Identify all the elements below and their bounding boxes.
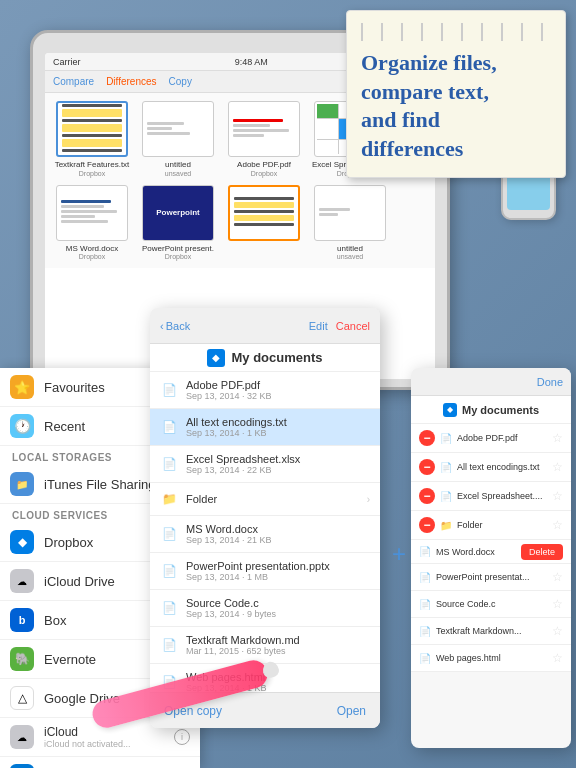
fb2-item-name: Web pages.html (436, 653, 552, 663)
fb-item-name: MS Word.docx (186, 523, 370, 535)
recent-icon: 🕐 (10, 414, 34, 438)
fb2-list-item[interactable]: 📄 Source Code.c ☆ (411, 591, 571, 618)
star-icon[interactable]: ☆ (552, 460, 563, 474)
fb-list-item[interactable]: 📄 Excel Spreadsheet.xlsx Sep 13, 2014 · … (150, 446, 380, 483)
sidebar-icloud-drive-label: iCloud Drive (44, 574, 164, 589)
tab-differences[interactable]: Differences (106, 76, 156, 87)
fb2-list-item[interactable]: 📄 PowerPoint presentat... ☆ (411, 564, 571, 591)
notepad-text: Organize files, compare text, and find d… (361, 49, 551, 163)
file-icon: 📄 (160, 418, 178, 436)
file-name: PowerPoint present. (139, 244, 217, 254)
fb-list-item[interactable]: 📄 MS Word.docx Sep 13, 2014 · 21 KB (150, 516, 380, 553)
tab-copy[interactable]: Copy (169, 76, 192, 87)
sidebar-item-onedrive[interactable]: ☁ OneDrive i (0, 757, 200, 768)
fb2-list-item[interactable]: − 📄 Excel Spreadsheet.... ☆ (411, 482, 571, 511)
file-item[interactable] (225, 185, 303, 261)
status-time: 9:48 AM (235, 57, 268, 67)
fb-list-item[interactable]: 📄 Adobe PDF.pdf Sep 13, 2014 · 32 KB (150, 372, 380, 409)
fb-list-item-selected[interactable]: 📄 All text encodings.txt Sep 13, 2014 · … (150, 409, 380, 446)
file-icon: 📄 (160, 381, 178, 399)
star-icon[interactable]: ☆ (552, 597, 563, 611)
fb-file-list: 📄 Adobe PDF.pdf Sep 13, 2014 · 32 KB 📄 A… (150, 372, 380, 700)
star-icon[interactable]: ☆ (552, 431, 563, 445)
file-icon: 📄 (160, 599, 178, 617)
back-label: Back (166, 320, 190, 332)
sidebar-itunes-label: iTunes File Sharing (44, 477, 164, 492)
onedrive-icon: ☁ (10, 764, 34, 768)
file-item[interactable]: untitled unsaved (139, 101, 217, 177)
sidebar-dropbox-label: Dropbox (44, 535, 164, 550)
fb-list-item[interactable]: 📄 Textkraft Markdown.md Mar 11, 2015 · 6… (150, 627, 380, 664)
fb2-item-name: Source Code.c (436, 599, 552, 609)
notepad-card: Organize files, compare text, and find d… (346, 10, 566, 178)
cancel-button[interactable]: Cancel (336, 320, 370, 332)
delete-minus-icon[interactable]: − (419, 488, 435, 504)
star-icon[interactable]: ☆ (552, 570, 563, 584)
file-item[interactable]: Textkraft Features.txt Dropbox (53, 101, 131, 177)
star-icon[interactable]: ☆ (552, 489, 563, 503)
fb-item-name: All text encodings.txt (186, 416, 370, 428)
file-item[interactable]: Adobe PDF.pdf Dropbox (225, 101, 303, 177)
dropbox-logo: ◆ (207, 349, 225, 367)
fb-item-info: Folder (186, 493, 367, 505)
star-icon: ⭐ (10, 375, 34, 399)
back-button[interactable]: ‹ Back (160, 320, 190, 332)
file-browser2-panel: Done ◆ My documents − 📄 Adobe PDF.pdf ☆ … (411, 368, 571, 748)
file-source: Dropbox (139, 253, 217, 260)
gdrive-icon: △ (10, 686, 34, 710)
delete-minus-icon[interactable]: − (419, 430, 435, 446)
tab-compare[interactable]: Compare (53, 76, 94, 87)
edit-button[interactable]: Edit (309, 320, 328, 332)
fb2-file-list: − 📄 Adobe PDF.pdf ☆ − 📄 All text encodin… (411, 424, 571, 748)
file-name: Adobe PDF.pdf (225, 160, 303, 170)
fb-item-name: Source Code.c (186, 597, 370, 609)
file-icon: 📄 (419, 653, 431, 664)
fb-item-info: Textkraft Markdown.md Mar 11, 2015 · 652… (186, 634, 370, 656)
star-icon[interactable]: ☆ (552, 651, 563, 665)
open-button[interactable]: Open (337, 704, 366, 718)
file-thumb (142, 101, 214, 157)
file-icon: 📄 (419, 599, 431, 610)
chevron-left-icon: ‹ (160, 320, 164, 332)
fb2-list-item[interactable]: − 📄 All text encodings.txt ☆ (411, 453, 571, 482)
file-thumb (314, 185, 386, 241)
fb2-item-name: Folder (457, 520, 552, 530)
sidebar-icloud-sublabel: iCloud not activated... (44, 739, 164, 749)
star-icon[interactable]: ☆ (552, 518, 563, 532)
fb2-list-item[interactable]: 📄 Web pages.html ☆ (411, 645, 571, 672)
fb2-list-item[interactable]: 📄 Textkraft Markdown... ☆ (411, 618, 571, 645)
add-button[interactable]: + (392, 540, 406, 568)
sidebar-box-label: Box (44, 613, 164, 628)
delete-minus-icon[interactable]: − (419, 517, 435, 533)
file-item[interactable]: MS Word.docx Dropbox (53, 185, 131, 261)
file-thumb (228, 101, 300, 157)
info-icon[interactable]: i (174, 729, 190, 745)
file-thumb: Powerpoint (142, 185, 214, 241)
file-thumb (228, 185, 300, 241)
dropbox-icon: ◆ (10, 530, 34, 554)
file-thumb (56, 185, 128, 241)
fb-list-item-folder[interactable]: 📁 Folder › (150, 483, 380, 516)
file-item[interactable]: untitled unsaved (311, 185, 389, 261)
chevron-right-icon: › (367, 494, 370, 505)
evernote-icon: 🐘 (10, 647, 34, 671)
fb2-list-item[interactable]: − 📁 Folder ☆ (411, 511, 571, 540)
fb-dropbox-title: My documents (231, 350, 322, 365)
fb-list-item[interactable]: 📄 Source Code.c Sep 13, 2014 · 9 bytes (150, 590, 380, 627)
icloud-drive-icon: ☁ (10, 569, 34, 593)
folder-icon: 📁 (160, 490, 178, 508)
delete-minus-icon[interactable]: − (419, 459, 435, 475)
file-source: unsaved (139, 170, 217, 177)
fb-item-meta: Sep 13, 2014 · 22 KB (186, 465, 370, 475)
star-icon[interactable]: ☆ (552, 624, 563, 638)
fb-item-info: Excel Spreadsheet.xlsx Sep 13, 2014 · 22… (186, 453, 370, 475)
delete-button[interactable]: Delete (521, 544, 563, 560)
file-item[interactable]: Powerpoint PowerPoint present. Dropbox (139, 185, 217, 261)
fb2-list-item[interactable]: 📄 MS Word.docx Delete (411, 540, 571, 564)
fb-dropbox-header: ◆ My documents (150, 344, 380, 372)
file-icon: 📄 (440, 462, 452, 473)
fb-list-item[interactable]: 📄 PowerPoint presentation.pptx Sep 13, 2… (150, 553, 380, 590)
fb2-done-button[interactable]: Done (537, 376, 563, 388)
fb2-dropbox-header: ◆ My documents (411, 396, 571, 424)
fb2-list-item[interactable]: − 📄 Adobe PDF.pdf ☆ (411, 424, 571, 453)
